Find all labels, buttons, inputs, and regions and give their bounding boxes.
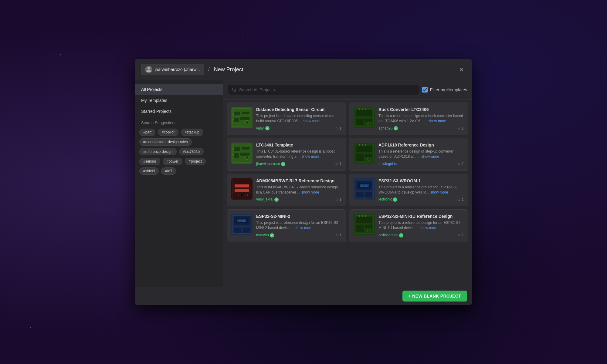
svg-rect-53 <box>356 192 364 197</box>
svg-point-47 <box>236 194 239 196</box>
verified-icon: ✓ <box>270 233 274 238</box>
star-button[interactable]: ☆ 1 <box>457 126 464 130</box>
search-input-wrapper <box>228 85 419 95</box>
project-card[interactable]: Buck Converter LTC3406 This is a referen… <box>349 103 468 135</box>
tag-chip[interactable]: #power <box>163 158 182 165</box>
svg-point-11 <box>246 121 248 123</box>
star-button[interactable]: ☆ 1 <box>457 233 464 237</box>
tags-container: #part#copilot#stackup#manufacturer-desig… <box>135 127 223 178</box>
svg-rect-36 <box>365 154 372 157</box>
project-card[interactable]: Distance Detecting Sensor Circuit This p… <box>227 103 346 135</box>
project-thumbnail <box>354 214 375 235</box>
sidebar-item-all-projects[interactable]: All Projects <box>135 84 223 95</box>
svg-text:ESP32: ESP32 <box>239 220 245 223</box>
svg-rect-69 <box>356 225 364 232</box>
search-suggestions-title: Search Suggestions <box>135 117 223 127</box>
project-author: vasy_skral✓ <box>256 197 279 202</box>
project-description: This is a reference design of step-up co… <box>378 149 464 159</box>
show-more-link[interactable]: show more <box>429 119 446 123</box>
svg-point-40 <box>367 158 370 161</box>
svg-rect-6 <box>240 117 249 120</box>
sidebar: All Projects My Templates Starred Projec… <box>135 80 223 287</box>
sidebar-item-my-templates[interactable]: My Templates <box>135 95 223 106</box>
project-name: ESP32-S3-WROOM-1 <box>378 178 464 183</box>
project-name: ESP32-S2-MINI-2 <box>256 214 341 219</box>
verified-icon: ✓ <box>281 162 285 166</box>
svg-text:ESP32: ESP32 <box>361 185 368 187</box>
show-more-link[interactable]: show more <box>303 119 320 123</box>
tag-chip[interactable]: #reference-design <box>139 148 177 155</box>
star-button[interactable]: ☆ 1 <box>335 126 341 130</box>
project-author: collinsemasi✓ <box>378 233 403 238</box>
user-button[interactable]: jharwinbarrozo (Jharw... <box>141 64 204 75</box>
search-icon <box>232 87 237 92</box>
project-info: ESP32-S2-MINI-1U Reference Design This p… <box>378 214 464 237</box>
project-description: This ADM3054BRWZ-RL7-based reference des… <box>256 185 341 195</box>
svg-rect-35 <box>356 154 364 161</box>
tag-chip[interactable]: #stackup <box>181 129 203 136</box>
project-description: This project is a reference project for … <box>378 185 464 195</box>
tag-chip[interactable]: #sensor <box>139 158 160 165</box>
verified-icon: ✓ <box>394 126 398 130</box>
search-input[interactable] <box>239 87 415 92</box>
project-card[interactable]: LTC3401 Template This LTC3401-based refe… <box>227 138 346 170</box>
svg-rect-25 <box>234 153 239 158</box>
svg-point-0 <box>148 67 150 69</box>
project-card[interactable]: ADP1618 Reference Design This is a refer… <box>349 138 468 170</box>
svg-rect-46 <box>249 184 251 194</box>
project-thumbnail <box>231 178 253 200</box>
filter-checkbox[interactable] <box>422 87 428 93</box>
close-button[interactable]: × <box>457 65 466 74</box>
tag-chip[interactable]: #IoT <box>161 167 176 175</box>
tag-chip[interactable]: #project <box>185 158 206 165</box>
sidebar-item-starred-projects[interactable]: Starred Projects <box>135 106 223 117</box>
star-button[interactable]: ☆ 1 <box>335 162 341 166</box>
project-name: ADM3054BRWZ-RL7 Reference Design <box>256 178 341 183</box>
tag-chip[interactable]: #part <box>139 129 155 136</box>
star-button[interactable]: ☆ 1 <box>457 197 464 202</box>
project-name: Distance Detecting Sensor Circuit <box>256 107 341 112</box>
star-button[interactable]: ☆ 1 <box>335 197 341 202</box>
star-button[interactable]: ☆ 1 <box>335 233 341 237</box>
project-thumbnail <box>354 143 375 164</box>
tag-chip[interactable]: #shield <box>139 167 159 175</box>
tag-chip[interactable]: #manufacturer-design-rules <box>139 138 192 146</box>
project-name: ESP32-S2-MINI-1U Reference Design <box>378 214 464 219</box>
star-button[interactable]: ☆ 1 <box>457 162 464 166</box>
project-card[interactable]: ESP32 ESP32-S3-WROOM-1 This project is a… <box>349 174 468 206</box>
svg-point-20 <box>367 122 370 125</box>
project-description: This is a reference design of a buck con… <box>378 113 464 124</box>
project-author: vasyl✓ <box>256 126 270 131</box>
tag-chip[interactable]: #copilot <box>158 129 178 136</box>
svg-point-48 <box>241 194 243 196</box>
svg-point-74 <box>367 229 370 232</box>
project-description: This project is a reference design for a… <box>256 220 341 231</box>
project-name: LTC3401 Template <box>256 143 341 147</box>
tag-chip[interactable]: #ipc7351b <box>179 148 204 155</box>
project-description: This LTC3401-based reference design is a… <box>256 149 341 159</box>
svg-rect-16 <box>365 119 372 122</box>
project-description: This project is a reference design for a… <box>378 220 464 231</box>
svg-rect-44 <box>234 189 250 192</box>
project-footer: markwu✓ ☆ 1 <box>256 233 341 238</box>
project-card[interactable]: ESP32-S2-MINI-1U Reference Design This p… <box>349 209 468 242</box>
svg-rect-14 <box>356 110 372 116</box>
project-card[interactable]: ESP32 ESP32-S2-MINI-2 This project is a … <box>227 209 346 242</box>
show-more-link[interactable]: show more <box>301 190 319 194</box>
show-more-link[interactable]: show more <box>419 226 437 230</box>
project-card[interactable]: ADM3054BRWZ-RL7 Reference Design This AD… <box>227 174 346 206</box>
project-footer: jectronic✓ ☆ 1 <box>378 197 464 202</box>
show-more-link[interactable]: show more <box>301 154 319 159</box>
project-author: jectronic✓ <box>378 197 397 202</box>
show-more-link[interactable]: show more <box>295 226 313 230</box>
svg-rect-61 <box>234 228 241 233</box>
new-project-modal: jharwinbarrozo (Jharw... / New Project ×… <box>135 59 472 305</box>
project-footer: newlegolas ☆ 1 <box>378 162 464 166</box>
show-more-link[interactable]: show more <box>430 190 448 194</box>
new-blank-project-button[interactable]: + NEW BLANK PROJECT <box>402 291 467 302</box>
project-thumbnail <box>231 107 253 128</box>
modal-header: jharwinbarrozo (Jharw... / New Project × <box>135 59 472 80</box>
show-more-link[interactable]: show more <box>421 154 439 159</box>
project-author: newlegolas <box>378 162 397 166</box>
svg-rect-23 <box>234 147 240 151</box>
